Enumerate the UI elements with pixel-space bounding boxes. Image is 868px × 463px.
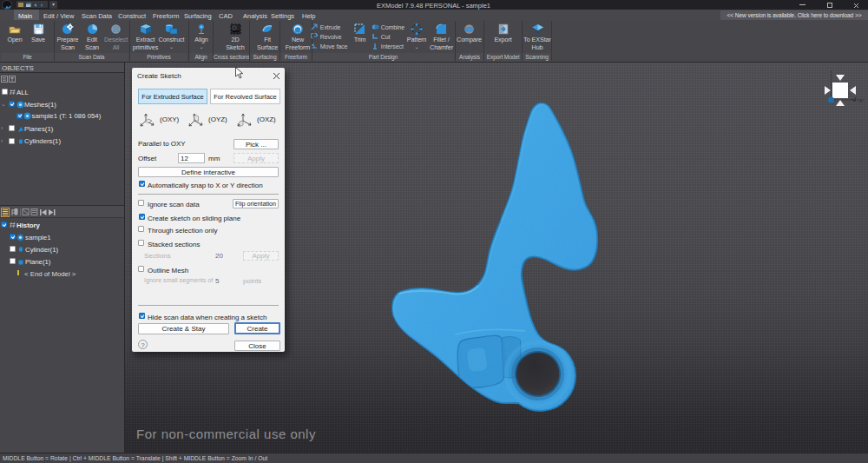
svg-text:x: x (859, 98, 862, 103)
